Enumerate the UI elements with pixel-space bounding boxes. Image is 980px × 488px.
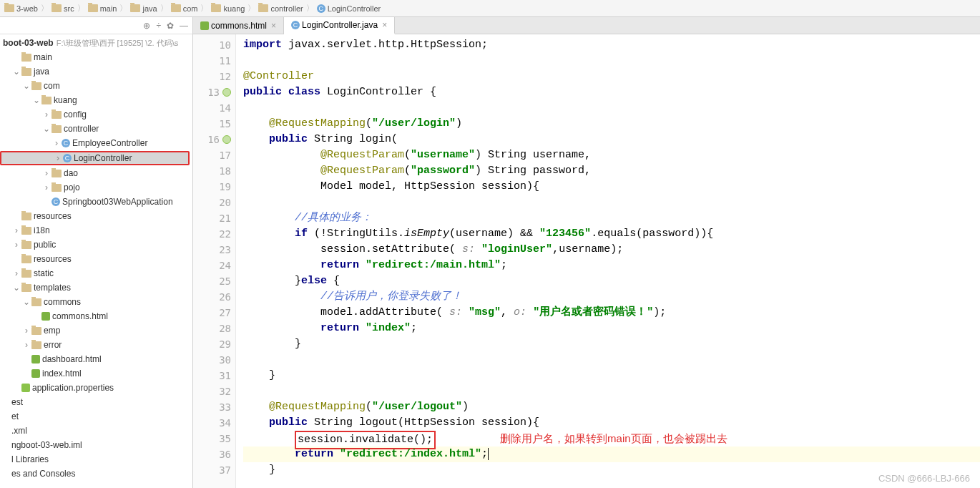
breadcrumb-item[interactable]: java (129, 4, 158, 13)
expander-icon[interactable]: ⌄ (23, 81, 30, 91)
code-line[interactable]: public String logout(HttpSession session… (243, 415, 980, 431)
breadcrumb-item[interactable]: com (170, 4, 200, 13)
code-line[interactable]: model.addAttribute( s: "msg", o: "用户名或者密… (243, 305, 980, 321)
code-line[interactable]: @RequestMapping("/user/logout") (243, 399, 980, 415)
tree-item[interactable]: ›CLoginController (0, 151, 190, 165)
tree-item[interactable]: resources (0, 209, 192, 223)
breadcrumb-item[interactable]: 3-web (3, 4, 39, 13)
tree-item[interactable]: ⌄com (0, 79, 192, 93)
expander-icon[interactable]: › (23, 326, 30, 336)
tree-item[interactable]: main (0, 50, 192, 64)
tree-item[interactable]: ›config (0, 107, 192, 122)
code-line[interactable]: //具体的业务： (243, 210, 980, 226)
tree-item[interactable]: est (0, 395, 192, 409)
tree-item[interactable]: application.properties (0, 381, 192, 395)
expander-icon[interactable]: ⌄ (13, 67, 20, 77)
expander-icon[interactable]: › (13, 240, 20, 250)
expander-icon[interactable]: ⌄ (23, 297, 30, 307)
tree-item[interactable]: ›CEmployeeController (0, 136, 192, 150)
code-line[interactable] (243, 195, 980, 210)
tree-item[interactable]: ⌄kuang (0, 93, 192, 107)
code-line[interactable]: session.setAttribute( s: "loginUser",use… (243, 242, 980, 258)
tree-item[interactable]: commons.html (0, 309, 192, 323)
tree-item[interactable]: ⌄controller (0, 122, 192, 136)
tree-item[interactable]: ⌄java (0, 64, 192, 79)
code-line[interactable]: public class LoginController { (243, 84, 980, 100)
expander-icon[interactable]: › (23, 340, 30, 350)
code-line[interactable]: //告诉用户，你登录失败了！ (243, 289, 980, 305)
tree-item[interactable]: ngboot-03-web.iml (0, 438, 192, 452)
code-line[interactable]: return "redirect:/index.html"; (243, 446, 980, 462)
code-line[interactable] (243, 100, 980, 116)
expander-icon[interactable]: › (13, 225, 20, 235)
run-marker-icon[interactable] (222, 88, 231, 97)
tree-item[interactable]: .xml (0, 424, 192, 438)
run-marker-icon[interactable] (222, 135, 231, 144)
tree-label: com (44, 81, 60, 91)
code-editor[interactable]: 1011121314151617181920212223242526272829… (193, 34, 980, 488)
expander-icon[interactable]: › (43, 168, 50, 178)
expander-icon[interactable]: › (13, 268, 20, 278)
code-line[interactable]: @RequestParam("password") String passwor… (243, 163, 980, 179)
tree-item[interactable]: l Libraries (0, 452, 192, 467)
toolbar-icon-2[interactable]: ÷ (156, 21, 161, 31)
expander-icon[interactable]: ⌄ (13, 283, 20, 293)
tree-item[interactable]: ›error (0, 338, 192, 352)
expander-icon[interactable]: › (54, 153, 62, 163)
expander-icon[interactable]: › (43, 182, 50, 192)
breadcrumb-item[interactable]: kuang (210, 4, 246, 13)
tree-root[interactable]: boot-03-webF:\班级管理\西开 [19525] \2. 代码\s (0, 36, 192, 50)
code-line[interactable] (243, 384, 980, 399)
toolbar-icon-4[interactable]: — (180, 21, 188, 31)
close-icon[interactable]: × (382, 20, 387, 30)
expander-icon[interactable]: ⌄ (43, 124, 50, 134)
code-line[interactable]: } (243, 462, 980, 478)
code-line[interactable]: session.invalidate(); 删除用户名，如果转到main页面，也… (243, 431, 980, 446)
project-tree[interactable]: boot-03-webF:\班级管理\西开 [19525] \2. 代码\sma… (0, 34, 192, 482)
tree-item[interactable]: ›public (0, 238, 192, 252)
code-line[interactable] (243, 53, 980, 69)
code-line[interactable]: if (!StringUtils.isEmpty(username) && "1… (243, 226, 980, 242)
tree-item[interactable]: CSpringboot03WebApplication (0, 195, 192, 209)
code-line[interactable]: public String login( (243, 132, 980, 147)
tree-item[interactable]: ⌄templates (0, 280, 192, 295)
editor-tab[interactable]: CLoginController.java× (284, 17, 395, 34)
tree-item[interactable]: dashboard.html (0, 352, 192, 366)
tree-item[interactable]: es and Consoles (0, 467, 192, 481)
code-line[interactable]: } (243, 336, 980, 352)
tree-item[interactable]: ›pojo (0, 180, 192, 195)
tree-item[interactable]: ⌄commons (0, 295, 192, 309)
tree-label: config (64, 109, 87, 119)
code-line[interactable] (243, 352, 980, 368)
code-line[interactable]: import javax.servlet.http.HttpSession; (243, 37, 980, 53)
breadcrumb-item[interactable]: CLoginController (315, 4, 383, 13)
expander-icon[interactable]: › (53, 138, 60, 148)
code-line[interactable]: @RequestMapping("/user/login") (243, 116, 980, 132)
tree-item[interactable]: et (0, 409, 192, 424)
tree-item[interactable]: ›i18n (0, 223, 192, 238)
code-line[interactable]: Model model, HttpSession session){ (243, 179, 980, 195)
code-content[interactable]: import javax.servlet.http.HttpSession; @… (236, 34, 980, 488)
tree-item[interactable]: ›dao (0, 166, 192, 180)
tab-label: LoginController.java (302, 20, 378, 30)
close-icon[interactable]: × (271, 21, 276, 31)
tree-item[interactable]: index.html (0, 366, 192, 381)
code-line[interactable]: } (243, 368, 980, 384)
expander-icon[interactable]: ⌄ (33, 95, 40, 105)
breadcrumb-item[interactable]: main (87, 4, 119, 13)
code-line[interactable]: @Controller (243, 69, 980, 84)
code-line[interactable]: return "redirect:/main.html"; (243, 258, 980, 273)
breadcrumb-item[interactable]: controller (257, 4, 304, 13)
tree-item[interactable]: ›static (0, 266, 192, 280)
tree-item[interactable]: ›emp (0, 323, 192, 338)
tree-item[interactable]: resources (0, 252, 192, 266)
code-line[interactable]: return "index"; (243, 321, 980, 336)
toolbar-icon-1[interactable]: ⊕ (143, 21, 150, 31)
code-line[interactable]: @RequestParam("username") String usernam… (243, 147, 980, 163)
tree-label: kuang (54, 95, 77, 105)
breadcrumb-item[interactable]: src (50, 4, 76, 13)
toolbar-icon-3[interactable]: ✿ (167, 21, 174, 31)
expander-icon[interactable]: › (43, 109, 50, 119)
code-line[interactable]: }else { (243, 273, 980, 289)
editor-tab[interactable]: commons.html× (193, 17, 284, 34)
